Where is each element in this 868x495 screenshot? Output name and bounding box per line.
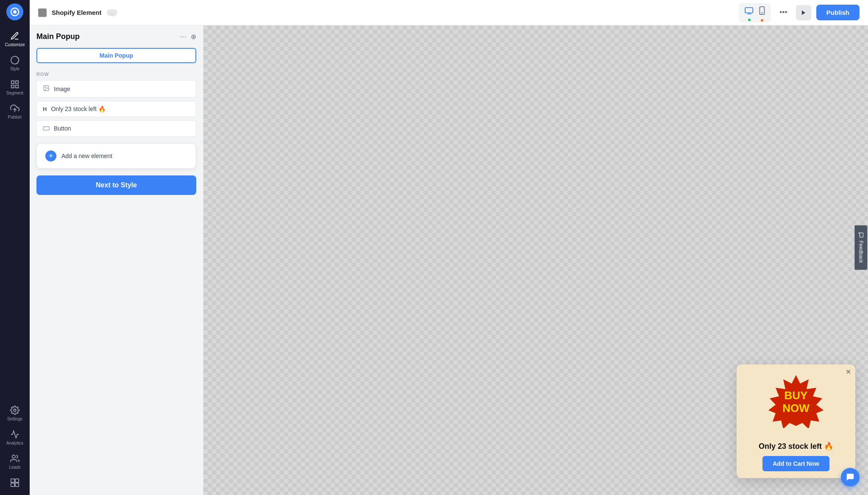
popup-body: Only 23 stock left 🔥 Add to Cart Now <box>737 437 855 478</box>
left-panel: Main Popup ⋯ ⊕ Main Popup ROW Image H On… <box>30 25 203 495</box>
panel-title: Main Popup <box>36 32 80 41</box>
svg-point-1 <box>13 10 17 14</box>
button-element-icon <box>43 125 50 132</box>
play-button[interactable] <box>796 5 811 20</box>
popup-preview: ✕ BUY NOW Only 23 stock left 🔥 Add to Ca… <box>737 364 855 478</box>
panel-header: Main Popup ⋯ ⊕ <box>36 32 196 41</box>
sidebar: Customize Style Segment Publish Settings <box>0 0 30 495</box>
next-to-style-button[interactable]: Next to Style <box>36 175 196 195</box>
topbar-logo-icon <box>38 8 47 17</box>
element-row-image-label: Image <box>54 86 70 92</box>
svg-rect-9 <box>15 483 19 487</box>
element-row-stock-label: Only 23 stock left 🔥 <box>51 106 105 112</box>
topbar-tag: ... <box>107 9 117 16</box>
popup-close-icon[interactable]: ✕ <box>846 368 851 376</box>
svg-point-5 <box>12 455 15 458</box>
topbar: Shopify Element ... ••• Publish <box>30 0 868 25</box>
add-element-card[interactable]: + Add a new element <box>36 143 196 169</box>
canvas-area: ✕ BUY NOW Only 23 stock left 🔥 Add to Ca… <box>203 25 868 495</box>
sidebar-item-customize[interactable]: Customize <box>0 27 30 51</box>
mobile-device-btn[interactable] <box>758 6 766 20</box>
device-group <box>739 3 771 22</box>
sidebar-item-style[interactable]: Style <box>0 51 30 75</box>
sidebar-item-settings[interactable]: Settings <box>0 401 30 425</box>
element-row-button-label: Button <box>54 125 71 132</box>
chat-icon <box>846 473 855 482</box>
image-element-icon <box>43 85 50 93</box>
mobile-dot <box>761 19 763 22</box>
popup-stock-text: Only 23 stock left 🔥 <box>743 442 849 451</box>
svg-rect-10 <box>745 7 753 13</box>
panel-more-icon[interactable]: ⋯ <box>180 33 186 41</box>
add-element-plus-icon: + <box>45 150 56 161</box>
heading-element-icon: H <box>43 106 47 112</box>
svg-rect-7 <box>15 479 19 482</box>
add-element-label: Add a new element <box>61 153 112 159</box>
svg-marker-13 <box>802 10 805 15</box>
svg-text:NOW: NOW <box>782 402 810 414</box>
topbar-title: Shopify Element <box>52 9 102 16</box>
element-row-image[interactable]: Image <box>36 80 196 97</box>
svg-text:BUY: BUY <box>785 389 808 402</box>
element-row-stock[interactable]: H Only 23 stock left 🔥 <box>36 101 196 117</box>
svg-point-4 <box>14 409 16 412</box>
element-row-button[interactable]: Button <box>36 120 196 136</box>
svg-point-15 <box>45 87 46 88</box>
feedback-tab[interactable]: Feedback <box>855 225 868 270</box>
more-options-icon[interactable]: ••• <box>779 8 787 17</box>
feedback-icon <box>858 232 864 238</box>
sidebar-item-publish[interactable]: Publish <box>0 100 30 124</box>
panel-header-icons: ⋯ ⊕ <box>180 33 196 41</box>
sidebar-item-apps[interactable] <box>0 474 30 492</box>
publish-button[interactable]: Publish <box>816 5 860 20</box>
main-content: Main Popup ⋯ ⊕ Main Popup ROW Image H On… <box>30 25 868 495</box>
desktop-device-btn[interactable] <box>744 6 755 19</box>
sidebar-item-leads[interactable]: Leads <box>0 450 30 474</box>
buy-now-badge: BUY NOW <box>766 373 826 428</box>
sidebar-logo[interactable] <box>6 3 23 20</box>
popup-cart-button[interactable]: Add to Cart Now <box>762 456 829 471</box>
feedback-label: Feedback <box>858 241 864 263</box>
svg-rect-16 <box>43 127 50 130</box>
sidebar-item-analytics[interactable]: Analytics <box>0 425 30 450</box>
main-popup-tab-btn[interactable]: Main Popup <box>36 48 196 63</box>
popup-image-area: BUY NOW <box>737 364 855 437</box>
svg-rect-8 <box>11 483 14 487</box>
chat-bubble[interactable] <box>841 468 860 487</box>
desktop-dot <box>748 19 751 21</box>
svg-rect-6 <box>11 479 14 482</box>
panel-add-icon[interactable]: ⊕ <box>191 33 196 41</box>
sidebar-item-segment[interactable]: Segment <box>0 75 30 100</box>
row-label: ROW <box>36 72 196 77</box>
